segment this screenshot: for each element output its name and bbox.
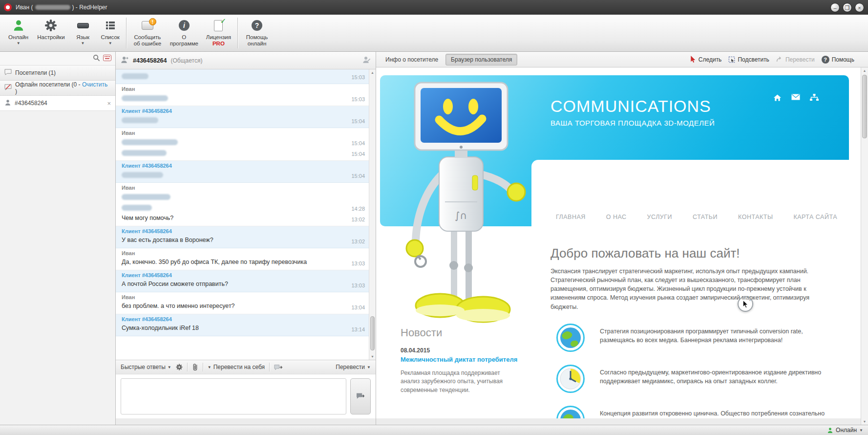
transfer-to-self-button[interactable]: ▼ Перевести на себя (208, 364, 265, 370)
sidebar-section-offline[interactable]: Офлайн посетители (0 - Очистить ) (0, 81, 115, 96)
chat-bubble-offline-icon (4, 84, 12, 92)
message-time: 15:04 (346, 173, 365, 179)
license-button[interactable]: ✓ Лицензия PRO (202, 15, 235, 51)
close-visitor-icon[interactable]: × (107, 100, 111, 107)
add-person-icon[interactable] (121, 56, 129, 65)
info-icon: i (179, 18, 190, 33)
offline-section-label: Офлайн посетители (0 - Очистить ) (15, 81, 111, 95)
feature-text: Согласно предыдущему, маркетингово-ориен… (600, 364, 827, 386)
message-time: 13:04 (346, 304, 365, 310)
translate-button[interactable]: Перевести (776, 56, 815, 63)
language-button[interactable]: Язык ▼ (69, 15, 97, 51)
language-bar-icon (77, 18, 89, 33)
chevron-down-icon: ▼ (367, 365, 371, 370)
nav-item-home[interactable]: ГЛАВНАЯ (556, 214, 586, 220)
quick-replies-settings-icon[interactable] (176, 364, 183, 370)
transfer-button[interactable]: Перевести ▼ (336, 364, 371, 370)
about-button[interactable]: i О программе (167, 15, 202, 51)
sidebar-visitor-item[interactable]: #436458264 × (0, 96, 115, 111)
report-error-button[interactable]: ! Сообщить об ошибке (128, 15, 167, 51)
message-time: 15:04 (346, 151, 365, 157)
clear-offline-link[interactable]: Очистить (82, 81, 107, 88)
nav-item-contacts[interactable]: КОНТАКТЫ (738, 214, 773, 220)
redacted-message (122, 171, 346, 179)
message-text: А почтой России сможете отправить? (122, 280, 346, 288)
forward-chat-icon[interactable] (274, 364, 283, 370)
person-icon (4, 99, 11, 108)
attach-file-icon[interactable] (192, 363, 198, 371)
chat-message-group: 15:03 (116, 69, 369, 84)
send-message-button[interactable] (350, 378, 371, 414)
sidebar-section-visitors[interactable]: Посетители (1) (0, 65, 115, 81)
help-online-button[interactable]: ? Помощь онлайн (240, 15, 274, 51)
scroll-up-icon[interactable]: ▲ (863, 67, 867, 74)
person-edit-icon[interactable] (362, 56, 371, 65)
mail-icon[interactable] (791, 94, 800, 103)
nav-item-articles[interactable]: СТАТЬИ (693, 214, 718, 220)
svg-text:∫∩: ∫∩ (455, 210, 467, 221)
message-author: Иван (122, 86, 365, 92)
title-bar: Иван ( ) - RedHelper – ❒ × (0, 0, 868, 15)
quick-replies-label: Быстрые ответы (121, 364, 166, 370)
sitemap-icon[interactable] (810, 94, 819, 103)
settings-button[interactable]: Настройки (33, 15, 69, 51)
question-icon: ? (252, 18, 262, 33)
nav-item-about[interactable]: О НАС (606, 214, 627, 220)
composer-toolbar: Быстрые ответы ▼ ▼ Перевести на себя Пер… (116, 360, 376, 374)
home-icon[interactable] (773, 94, 782, 103)
search-icon[interactable] (93, 54, 100, 63)
news-article-link[interactable]: Межличностный диктат потребителя (401, 356, 536, 364)
redhelper-logo-icon (4, 3, 12, 11)
globe-icon (556, 323, 585, 352)
highlight-button[interactable]: Подсветить (728, 56, 769, 63)
minimize-button[interactable]: – (830, 3, 840, 12)
news-text: Рекламная площадка поддерживает анализ з… (401, 369, 506, 394)
online-status-button[interactable]: Онлайн ▼ (4, 15, 33, 51)
tab-user-browser[interactable]: Браузер пользователя (445, 54, 517, 65)
keyboard-icon[interactable] (103, 55, 111, 63)
nav-item-services[interactable]: УСЛУГИ (647, 214, 672, 220)
message-text: Чем могу помочь? (122, 214, 346, 222)
quick-replies-button[interactable]: Быстрые ответы ▼ (121, 364, 171, 370)
main-toolbar: Онлайн ▼ Настройки Язык ▼ Список ▼ ! Соо… (0, 15, 868, 52)
redacted-message (122, 72, 346, 80)
scroll-up-icon[interactable]: ▲ (371, 69, 374, 76)
tab-visitor-info[interactable]: Инфо о посетителе (380, 54, 444, 65)
chevron-down-icon: ▼ (168, 365, 171, 370)
panel-tab-bar: Инфо о посетителе Браузер пользователя С… (376, 52, 868, 67)
close-button[interactable]: × (855, 3, 864, 12)
scroll-down-icon[interactable]: ▼ (371, 353, 374, 360)
chevron-down-icon[interactable]: ▼ (859, 428, 863, 433)
globe-icon (556, 405, 585, 418)
message-input[interactable] (121, 378, 346, 414)
follow-button[interactable]: Следить (690, 56, 722, 63)
window-title: Иван ( ) - RedHelper (16, 4, 107, 11)
panel-help-label: Помощь (832, 56, 854, 63)
scroll-down-icon[interactable]: ▼ (863, 418, 867, 425)
welcome-heading: Добро пожаловать на наш сайт! (550, 246, 827, 261)
message-text: У вас есть доставка в Воронеж? (122, 236, 346, 244)
red-cursor-icon (690, 56, 696, 63)
redacted-message (122, 94, 346, 102)
arrow-down-icon: ▼ (208, 365, 212, 370)
message-time: 14:28 (346, 206, 365, 212)
browser-scrollbar[interactable]: ▲ ▼ (861, 67, 868, 425)
redacted-message (122, 116, 346, 124)
highlight-label: Подсветить (738, 56, 769, 63)
person-online-icon (12, 18, 25, 33)
site-subtitle: ВАША ТОРГОВАЯ ПЛОЩАДКА 3D-МОДЕЛЕЙ (550, 119, 715, 127)
scrollbar-thumb[interactable] (862, 75, 867, 138)
news-date: 08.04.2015 (401, 347, 536, 354)
chat-messages-area[interactable]: 15:03 Иван 15:03 Клиент #436458264 15:04… (116, 69, 376, 360)
nav-item-sitemap[interactable]: КАРТА САЙТА (793, 214, 837, 220)
panel-help-button[interactable]: ? Помощь (822, 56, 854, 64)
composer-separator (187, 363, 188, 371)
follow-label: Следить (699, 56, 722, 63)
maximize-button[interactable]: ❒ (843, 3, 852, 12)
list-button[interactable]: Список ▼ (97, 15, 124, 51)
message-time: 13:02 (346, 217, 365, 222)
site-hero: COMMUNICATIONS ВАША ТОРГОВАЯ ПЛОЩАДКА 3D… (380, 75, 849, 226)
scrollbar-thumb[interactable] (370, 316, 375, 350)
robot-mascot-image: ∫∩ (381, 80, 538, 330)
chat-scrollbar[interactable]: ▲ ▼ (369, 69, 376, 360)
